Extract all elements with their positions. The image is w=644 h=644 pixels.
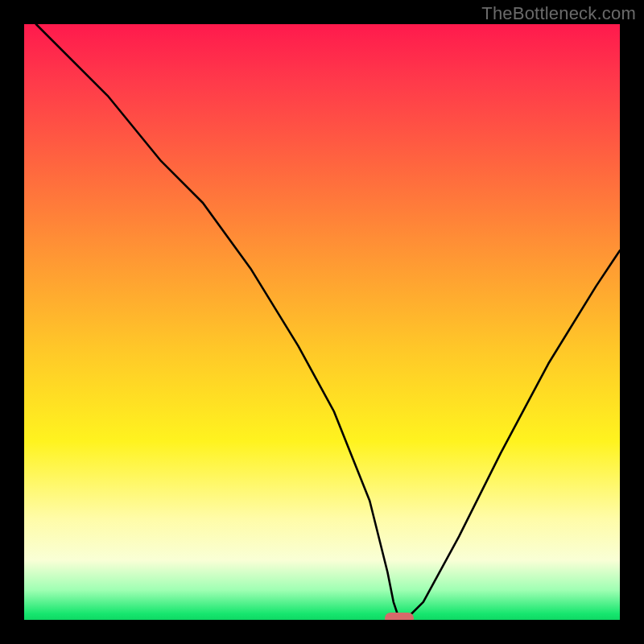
- bottleneck-curve: [24, 24, 620, 620]
- optimum-marker: [385, 613, 414, 620]
- plot-area: [24, 24, 620, 620]
- watermark-text: TheBottleneck.com: [481, 3, 636, 24]
- chart-frame: TheBottleneck.com: [0, 0, 644, 644]
